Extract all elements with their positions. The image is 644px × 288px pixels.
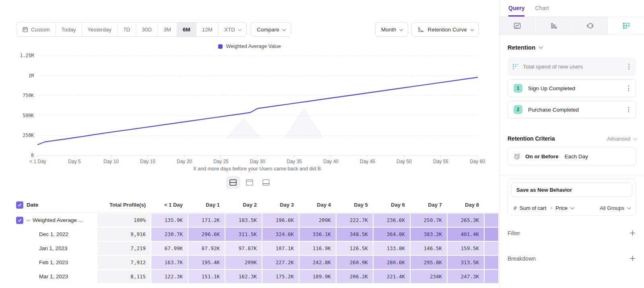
column-header[interactable]: Total Profile(s) xyxy=(97,197,151,213)
measure-property-row[interactable]: # Sum of cart Price All Groups xyxy=(508,200,636,215)
retention-value-cell[interactable]: 67.99K xyxy=(151,242,188,255)
granularity-button[interactable]: Month xyxy=(375,22,409,37)
table-row-label[interactable]: Jan 1, 2023 xyxy=(16,242,97,255)
date-range-7d[interactable]: 7D xyxy=(117,23,136,36)
retention-value-cell[interactable]: 122.3K xyxy=(151,270,188,283)
retention-value-cell[interactable]: 222.7K xyxy=(336,213,373,227)
column-header-date[interactable]: Date xyxy=(16,197,97,213)
retention-value-cell[interactable]: 324.6K xyxy=(262,228,299,241)
retention-value-cell[interactable]: 87.92K xyxy=(188,242,225,255)
add-filter-button[interactable] xyxy=(629,230,636,236)
all-groups-dropdown[interactable]: All Groups xyxy=(600,205,630,211)
split-view-button[interactable] xyxy=(226,176,240,189)
retention-value-cell[interactable]: 107.1K xyxy=(262,242,299,255)
step-card-1[interactable]: 1 Sign Up Completed xyxy=(508,79,636,97)
retention-value-cell[interactable]: 348.5K xyxy=(336,228,373,241)
tab-query[interactable]: Query xyxy=(508,5,524,17)
retention-chart[interactable]: X and more days before your Users came b… xyxy=(16,51,499,172)
date-range-custom[interactable]: Custom xyxy=(17,23,56,36)
date-range-3m[interactable]: 3M xyxy=(157,23,177,36)
retention-value-cell[interactable]: 146.5K xyxy=(411,242,447,255)
tab-flows[interactable] xyxy=(572,17,608,35)
step-card-2[interactable]: 2 Purchase Completed xyxy=(508,101,636,118)
profiles-cell[interactable]: 7,912 xyxy=(97,256,151,269)
retention-value-cell[interactable]: 195.4K xyxy=(188,256,225,269)
retention-value-cell[interactable]: 311.5K xyxy=(225,228,262,241)
tab-retention[interactable] xyxy=(609,17,644,35)
retention-value-cell[interactable]: 116.9K xyxy=(299,242,336,255)
retention-section-header[interactable]: Retention xyxy=(508,44,636,51)
retention-value-cell[interactable]: 260.9K xyxy=(336,256,373,269)
column-header[interactable]: Day 5 xyxy=(336,197,373,213)
retention-value-cell[interactable]: 265.3K xyxy=(448,213,484,227)
retention-value-cell[interactable]: 209K xyxy=(299,213,336,227)
retention-value-cell[interactable]: 250.7K xyxy=(411,213,447,227)
tab-funnels[interactable] xyxy=(536,17,571,35)
column-header[interactable]: Day 3 xyxy=(262,197,299,213)
column-header[interactable]: Day 6 xyxy=(374,197,410,213)
compare-button[interactable]: Compare xyxy=(251,22,291,37)
retention-value-cell[interactable]: 159.5K xyxy=(448,242,484,255)
kebab-menu-icon[interactable] xyxy=(626,105,631,114)
tab-insights[interactable] xyxy=(500,17,535,35)
chart-type-button[interactable]: Retention Curve xyxy=(411,22,479,37)
date-range-6m[interactable]: 6M xyxy=(177,23,196,36)
retention-value-cell[interactable]: 162.3K xyxy=(225,270,262,283)
profiles-cell[interactable]: 8,115 xyxy=(97,270,151,283)
timing-card[interactable]: On or Before Each Day xyxy=(508,147,636,165)
profiles-cell[interactable]: 9,916 xyxy=(97,228,151,241)
retention-value-cell[interactable]: 135.9K xyxy=(151,213,188,227)
row-expander-chevron-icon[interactable] xyxy=(27,218,31,222)
retention-value-cell[interactable]: 383.2K xyxy=(411,228,447,241)
column-header[interactable]: Day 2 xyxy=(225,197,262,213)
retention-value-cell[interactable]: 230.7K xyxy=(151,228,188,241)
column-header[interactable]: Day 7 xyxy=(411,197,447,213)
table-row-label[interactable]: Feb 1, 2023 xyxy=(16,256,97,269)
retention-value-cell[interactable]: 196.6K xyxy=(262,213,299,227)
retention-value-cell[interactable]: 280.6K xyxy=(374,256,410,269)
tab-chart[interactable]: Chart xyxy=(535,5,549,17)
behavior-card[interactable]: Total spend of new users xyxy=(508,57,636,76)
date-range-today[interactable]: Today xyxy=(56,23,82,36)
column-header[interactable]: Day 1 xyxy=(188,197,225,213)
retention-value-cell[interactable]: 97.87K xyxy=(225,242,262,255)
table-row-label[interactable]: Weighted Average ... xyxy=(16,213,97,227)
table-row-label[interactable]: Dec 1, 2022 xyxy=(16,228,97,241)
date-range-30d[interactable]: 30D xyxy=(136,23,157,36)
kebab-menu-icon[interactable] xyxy=(627,62,631,71)
add-breakdown-button[interactable] xyxy=(629,255,636,262)
retention-value-cell[interactable]: 236.6K xyxy=(374,213,410,227)
retention-value-cell[interactable]: 247.3K xyxy=(448,270,484,283)
date-range-12m[interactable]: 12M xyxy=(196,23,218,36)
retention-value-cell[interactable]: 175.2K xyxy=(262,270,299,283)
table-row-label[interactable]: Mar 1, 2023 xyxy=(16,270,97,283)
retention-value-cell[interactable]: 364.8K xyxy=(374,228,410,241)
select-all-checkbox[interactable] xyxy=(16,201,23,209)
kebab-menu-icon[interactable] xyxy=(626,84,631,93)
retention-value-cell[interactable]: 206.2K xyxy=(336,270,373,283)
retention-value-cell[interactable]: 133.8K xyxy=(374,242,410,255)
retention-value-cell[interactable]: 126.5K xyxy=(336,242,373,255)
retention-value-cell[interactable]: 242.8K xyxy=(299,256,336,269)
profiles-cell[interactable]: 100% xyxy=(97,213,151,227)
retention-value-cell[interactable]: 295.8K xyxy=(411,256,447,269)
retention-value-cell[interactable]: 401.4K xyxy=(448,228,484,241)
chart-top-view-button[interactable] xyxy=(242,176,257,189)
retention-value-cell[interactable]: 151.1K xyxy=(188,270,225,283)
retention-value-cell[interactable]: 227.2K xyxy=(262,256,299,269)
save-as-new-behavior-button[interactable]: Save as New Behavior xyxy=(511,182,632,197)
retention-value-cell[interactable]: 336.1K xyxy=(299,228,336,241)
row-checkbox[interactable] xyxy=(16,217,23,224)
retention-value-cell[interactable]: 234K xyxy=(411,270,447,283)
retention-value-cell[interactable]: 171.2K xyxy=(188,213,225,227)
profiles-cell[interactable]: 7,219 xyxy=(97,242,151,255)
column-header[interactable]: < 1 Day xyxy=(151,197,188,213)
advanced-dropdown[interactable]: Advanced xyxy=(607,136,636,142)
retention-value-cell[interactable]: 163.7K xyxy=(151,256,188,269)
column-header[interactable]: Day 4 xyxy=(299,197,336,213)
retention-value-cell[interactable]: 209K xyxy=(225,256,262,269)
date-range-xtd[interactable]: XTD xyxy=(218,23,246,36)
table-bottom-view-button[interactable] xyxy=(259,176,273,189)
date-range-yesterday[interactable]: Yesterday xyxy=(82,23,118,36)
retention-value-cell[interactable]: 183.5K xyxy=(225,213,262,227)
